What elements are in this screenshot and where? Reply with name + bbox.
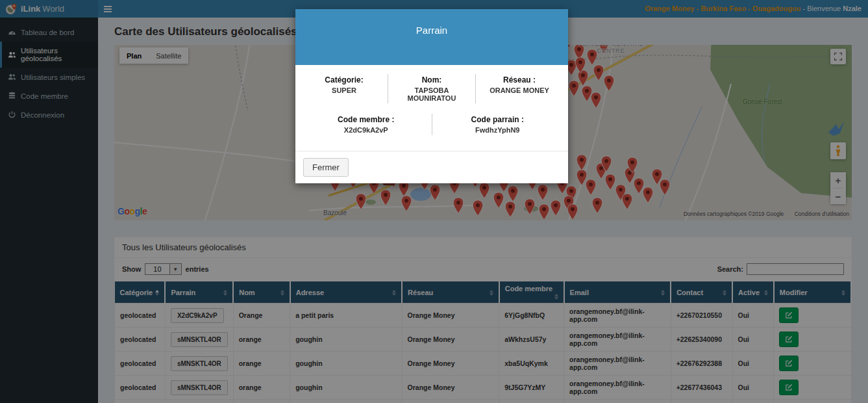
field-code-parrain: Code parrain : FwdhzYphN9: [432, 114, 564, 135]
field-label: Code membre :: [304, 115, 428, 124]
field-label: Catégorie:: [304, 75, 384, 84]
field-categorie: Catégorie: SUPER: [301, 74, 388, 103]
modal-title: Parrain: [416, 25, 447, 65]
field-label: Code parrain :: [436, 115, 560, 124]
field-value: ORANGE MONEY: [480, 86, 559, 94]
field-value: X2dC9kA2vP: [304, 126, 428, 134]
field-code-membre: Code membre : X2dC9kA2vP: [301, 114, 432, 135]
modal-header: Parrain: [295, 9, 568, 65]
field-value: TAPSOBA MOUNIRATOU: [392, 86, 471, 102]
field-nom: Nom: TAPSOBA MOUNIRATOU: [388, 74, 475, 103]
field-label: Nom:: [392, 75, 471, 84]
field-value: FwdhzYphN9: [436, 126, 560, 134]
field-reseau: Réseau : ORANGE MONEY: [475, 74, 563, 103]
modal-footer: Fermer: [295, 151, 568, 183]
parrain-modal: Parrain Catégorie: SUPER Nom: TAPSOBA MO…: [295, 9, 568, 183]
field-value: SUPER: [304, 86, 384, 94]
field-label: Réseau :: [480, 75, 559, 84]
modal-body: Catégorie: SUPER Nom: TAPSOBA MOUNIRATOU…: [295, 65, 568, 151]
close-modal-button[interactable]: Fermer: [303, 158, 349, 177]
